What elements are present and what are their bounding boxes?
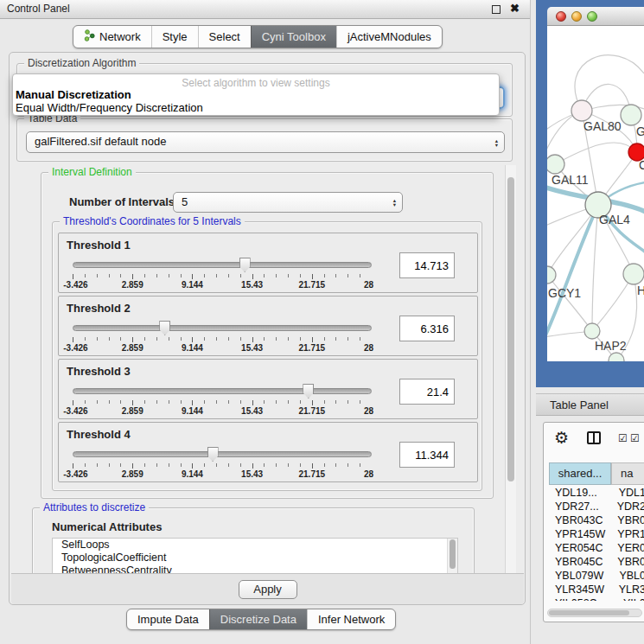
node-gcy1[interactable] xyxy=(547,266,556,284)
dropdown-option-manual[interactable]: Manual Discretization xyxy=(13,88,499,101)
node-hap2[interactable] xyxy=(584,323,600,339)
scale-label: -3.426 xyxy=(63,406,87,416)
interval-definition-title: Interval Definition xyxy=(48,166,136,178)
num-intervals-combobox[interactable]: 5 ▴▾ xyxy=(173,192,403,213)
table-row[interactable]: YBR043CYBR0 xyxy=(549,514,644,528)
settings-vertical-scrollbar[interactable] xyxy=(505,165,516,573)
slider-thumb[interactable] xyxy=(207,447,219,462)
scrollbar-thumb[interactable] xyxy=(450,539,456,569)
tab-select[interactable]: Select xyxy=(198,26,251,48)
top-tabbar: Network Style Select Cyni Toolbox jActiv… xyxy=(73,25,443,48)
slider-scale-labels: -3.426 2.859 9.144 15.43 21.715 28 xyxy=(73,343,372,354)
apply-button[interactable]: Apply xyxy=(239,580,297,599)
table-row[interactable]: YDL19...YDL1 xyxy=(549,487,644,501)
slider-track[interactable] xyxy=(73,451,372,457)
node-top-right[interactable] xyxy=(621,105,641,125)
checkbox-icon[interactable]: ☑ xyxy=(630,432,640,444)
numerical-attributes-label: Numerical Attributes xyxy=(52,520,162,533)
algorithm-dropdown-popup: Select algorithm to view settings Manual… xyxy=(12,73,500,116)
mac-zoom-icon[interactable] xyxy=(587,11,597,22)
slider-track[interactable] xyxy=(73,262,372,268)
tab-style[interactable]: Style xyxy=(151,26,198,48)
network-canvas[interactable]: GAL80 GA C GAL11 GAL4 GCY1 H HAP2 xyxy=(547,26,644,361)
gear-icon[interactable]: ⚙ xyxy=(554,428,569,448)
mac-minimize-icon[interactable] xyxy=(571,11,582,22)
table-row[interactable]: YIL052CYIL0 xyxy=(549,597,644,601)
cell-name: YER0 xyxy=(605,542,644,556)
list-item[interactable]: SelfLoops xyxy=(53,539,457,552)
column-header-shared-name[interactable]: shared... xyxy=(549,462,611,485)
scale-label: 21.715 xyxy=(299,343,326,353)
scale-label: 21.715 xyxy=(299,406,326,416)
threshold-slider[interactable]: -3.426 2.859 9.144 15.43 21.715 28 xyxy=(73,447,372,480)
table-row[interactable]: YPR145WYPR1 xyxy=(549,528,644,542)
cell-shared-name: YBR043C xyxy=(549,514,605,528)
scrollbar-thumb[interactable] xyxy=(507,177,514,481)
node-gal11[interactable] xyxy=(547,155,564,174)
table-row[interactable]: YBL079WYBL0 xyxy=(549,570,644,583)
tab-cyni-toolbox[interactable]: Cyni Toolbox xyxy=(251,26,336,48)
scale-label: 9.144 xyxy=(182,406,203,416)
tab-network[interactable]: Network xyxy=(73,26,151,48)
table-data-selected: galFiltered.sif default node xyxy=(35,135,166,148)
table-row[interactable]: YER054CYER0 xyxy=(549,542,644,556)
node-gal80[interactable] xyxy=(571,100,592,121)
slider-thumb[interactable] xyxy=(239,258,251,272)
cell-shared-name: YDR27... xyxy=(549,501,605,514)
threshold-slider[interactable]: -3.426 2.859 9.144 15.43 21.715 28 xyxy=(73,384,372,417)
tab-jactivemnodules[interactable]: jActiveMNodules xyxy=(336,26,442,48)
table-data-group: Table Data galFiltered.sif default node … xyxy=(16,118,513,162)
list-item[interactable]: BetweennessCentrality xyxy=(53,564,457,573)
threshold-slider[interactable]: -3.426 2.859 9.144 15.43 21.715 28 xyxy=(73,321,372,354)
tab-impute-data[interactable]: Impute Data xyxy=(127,609,209,629)
slider-major-ticks xyxy=(73,400,372,405)
slider-track[interactable] xyxy=(73,388,372,394)
threshold-value-field[interactable] xyxy=(399,379,455,405)
table-body: YDL19...YDL1 YDR27...YDR2 YBR043CYBR0 YP… xyxy=(549,487,644,601)
table-row[interactable]: YBR045CYBR0 xyxy=(549,556,644,570)
numerical-attributes-list[interactable]: SelfLoops TopologicalCoefficient Between… xyxy=(52,538,458,573)
mac-close-icon[interactable] xyxy=(556,11,566,22)
list-item[interactable]: TopologicalCoefficient xyxy=(53,552,457,564)
table-horizontal-scrollbar[interactable] xyxy=(547,609,642,617)
slider-thumb[interactable] xyxy=(159,321,170,335)
threshold-value-field[interactable] xyxy=(399,442,455,468)
column-header-name[interactable]: na xyxy=(611,462,644,485)
scale-label: -3.426 xyxy=(63,343,87,353)
node-label-gal11: GAL11 xyxy=(552,173,589,187)
split-view-icon[interactable] xyxy=(587,431,601,444)
cell-shared-name: YER054C xyxy=(549,542,605,556)
slider-thumb[interactable] xyxy=(303,384,314,399)
scale-label: 21.715 xyxy=(299,469,326,479)
checkbox-icon[interactable]: ☑ xyxy=(618,432,628,444)
table-data-combobox[interactable]: galFiltered.sif default node ▴▾ xyxy=(26,131,505,153)
dropdown-option-equal-width[interactable]: Equal Width/Frequency Discretization xyxy=(13,101,499,114)
tab-discretize-data[interactable]: Discretize Data xyxy=(209,609,307,629)
network-graph: GAL80 GA C GAL11 GAL4 GCY1 H HAP2 xyxy=(547,26,644,361)
threshold-value-field[interactable] xyxy=(399,316,455,341)
threshold-value-field[interactable] xyxy=(399,252,455,278)
cell-name: YBL0 xyxy=(607,570,644,583)
threshold-slider[interactable]: -3.426 2.859 9.144 15.43 21.715 28 xyxy=(73,258,372,290)
float-window-icon[interactable] xyxy=(492,5,501,14)
slider-track[interactable] xyxy=(73,325,372,331)
scale-label: 28 xyxy=(364,406,373,416)
close-icon[interactable]: ✖ xyxy=(510,2,520,15)
scale-label: 2.859 xyxy=(122,343,143,353)
table-row[interactable]: YDR27...YDR2 xyxy=(549,501,644,514)
scrollbar-thumb[interactable] xyxy=(549,610,629,615)
slider-major-ticks xyxy=(73,274,372,279)
node-h[interactable] xyxy=(623,264,644,284)
table-row[interactable]: YLR345WYLR3 xyxy=(549,583,644,597)
slider-scale-labels: -3.426 2.859 9.144 15.43 21.715 28 xyxy=(73,469,372,480)
table-panel-titlebar: Table Panel xyxy=(536,393,644,416)
cell-name: YDR2 xyxy=(605,501,644,514)
cell-name: YBR0 xyxy=(605,556,644,570)
list-vertical-scrollbar[interactable] xyxy=(447,539,457,573)
dropdown-placeholder: Select algorithm to view settings xyxy=(13,74,499,88)
table-panel-title: Table Panel xyxy=(536,394,644,416)
bottom-tabbar: Impute Data Discretize Data Infer Networ… xyxy=(126,609,396,630)
tab-infer-network[interactable]: Infer Network xyxy=(307,609,395,629)
slider-scale-labels: -3.426 2.859 9.144 15.43 21.715 28 xyxy=(73,406,372,417)
scale-label: 2.859 xyxy=(122,280,143,290)
